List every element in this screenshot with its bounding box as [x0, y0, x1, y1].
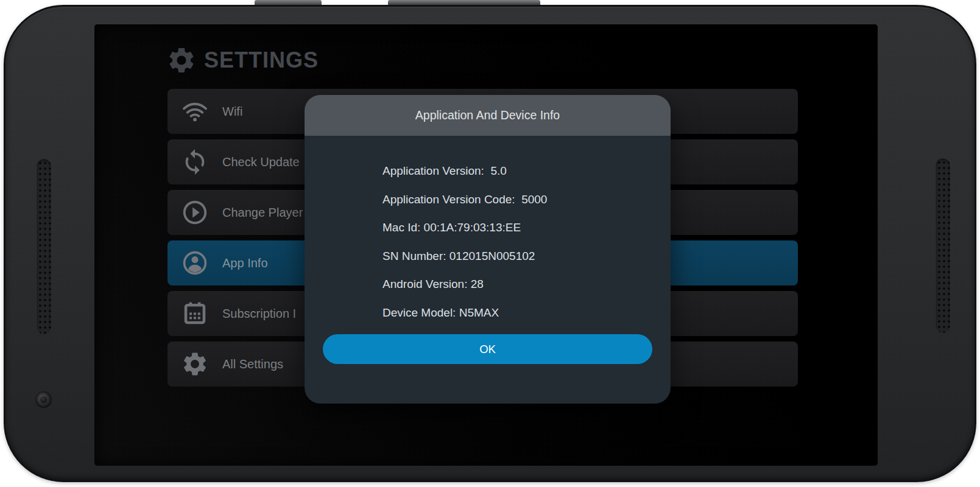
dialog-header: Application And Device Info [305, 95, 671, 136]
info-line-mac-id: Mac Id: 00:1A:79:03:13:EE [382, 214, 671, 242]
play-circle-icon [181, 198, 209, 226]
menu-item-label: Change Player [222, 206, 303, 220]
dialog-title: Application And Device Info [415, 108, 560, 122]
dialog-body: Application Version: 5.0 Application Ver… [305, 136, 671, 327]
calendar-icon [181, 300, 209, 328]
app-device-info-dialog: Application And Device Info Application … [305, 95, 671, 404]
menu-item-label: All Settings [222, 357, 283, 371]
info-line-app-version-code: Application Version Code: 5000 [382, 186, 671, 214]
info-line-sn-number: SN Number: 012015N005102 [382, 242, 671, 271]
left-speaker-grille [37, 159, 51, 334]
front-camera [35, 391, 52, 408]
menu-item-label: Wifi [222, 105, 242, 119]
info-line-app-version: Application Version: 5.0 [382, 157, 671, 186]
settings-page-header: SETTINGS [166, 45, 319, 75]
ok-button[interactable]: OK [323, 334, 652, 364]
info-line-device-model: Device Model: N5MAX [382, 299, 671, 328]
phone-bezel: SETTINGS Wifi Check Update [4, 5, 976, 482]
info-line-android-version: Android Version: 28 [382, 270, 671, 299]
menu-item-label: Subscription I [222, 307, 296, 321]
wifi-icon [181, 97, 209, 125]
screenshot-canvas: SETTINGS Wifi Check Update [0, 0, 980, 487]
device-screen: SETTINGS Wifi Check Update [94, 24, 878, 466]
menu-item-label: App Info [222, 256, 268, 270]
gear-icon [166, 45, 197, 75]
menu-item-label: Check Update [222, 155, 300, 169]
gear-icon [181, 350, 209, 378]
hardware-volume-rocker [388, 0, 540, 5]
sync-icon [181, 148, 209, 176]
account-circle-icon [181, 249, 209, 277]
right-speaker-grille [936, 158, 950, 333]
page-title: SETTINGS [204, 47, 319, 73]
